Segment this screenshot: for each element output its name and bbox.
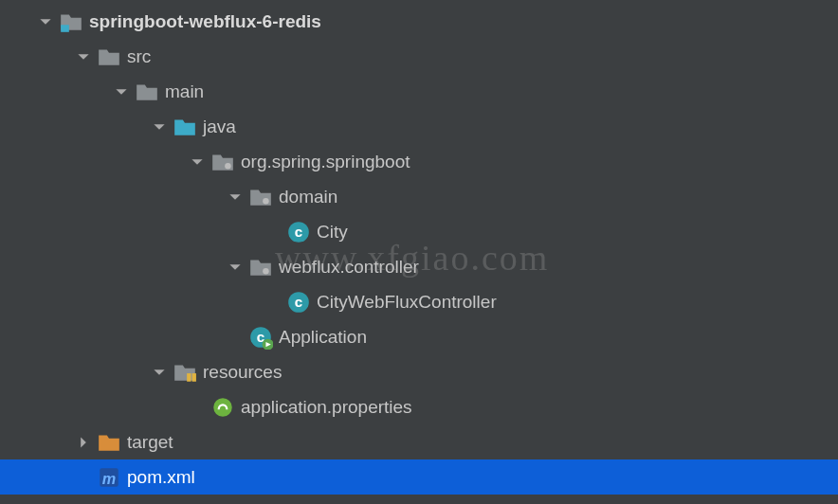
svg-rect-0 <box>61 25 69 32</box>
svg-text:c: c <box>295 224 302 240</box>
class-icon: c <box>286 220 311 244</box>
tree-label: resources <box>203 362 282 383</box>
tree-row-city[interactable]: c City <box>0 214 838 249</box>
source-folder-icon <box>173 115 197 139</box>
tree-label: target <box>127 432 173 453</box>
tree-row-main[interactable]: main <box>0 74 838 109</box>
chevron-right-icon[interactable] <box>72 431 95 454</box>
tree-label: City <box>317 222 348 243</box>
chevron-down-icon[interactable] <box>186 151 209 173</box>
module-folder-icon <box>59 9 83 34</box>
tree-row-target[interactable]: target <box>0 424 838 459</box>
tree-label: webflux.controller <box>279 257 419 278</box>
package-icon <box>248 185 273 209</box>
tree-row-controller[interactable]: webflux.controller <box>0 249 838 284</box>
chevron-down-icon[interactable] <box>148 116 171 138</box>
tree-row-appprops[interactable]: application.properties <box>0 389 838 424</box>
folder-icon <box>135 80 159 104</box>
tree-label: springboot-webflux-6-redis <box>89 11 321 32</box>
tree-row-root[interactable]: springboot-webflux-6-redis <box>0 4 838 39</box>
chevron-down-icon[interactable] <box>34 10 57 33</box>
class-icon: c <box>286 290 311 315</box>
tree-row-cityctrl[interactable]: c CityWebFluxController <box>0 284 838 319</box>
tree-row-java[interactable]: java <box>0 109 838 144</box>
tree-label: domain <box>279 187 337 207</box>
tree-row-package[interactable]: org.spring.springboot <box>0 144 838 179</box>
chevron-down-icon[interactable] <box>224 186 246 208</box>
svg-point-1 <box>225 163 231 170</box>
tree-row-src[interactable]: src <box>0 39 838 74</box>
svg-point-2 <box>263 198 269 205</box>
tree-row-resources[interactable]: resources <box>0 354 838 389</box>
tree-label: Application <box>279 327 367 348</box>
tree-label: org.spring.springboot <box>241 152 410 172</box>
tree-row-application[interactable]: c Application <box>0 319 838 354</box>
resources-folder-icon <box>173 360 197 385</box>
svg-text:c: c <box>295 294 302 310</box>
tree-label: java <box>203 117 236 137</box>
maven-pom-icon: m <box>97 465 121 490</box>
runnable-class-icon: c <box>248 325 273 350</box>
package-icon <box>248 255 273 279</box>
spring-config-icon <box>210 395 235 420</box>
svg-rect-11 <box>187 373 191 382</box>
folder-icon <box>97 45 121 69</box>
chevron-down-icon[interactable] <box>72 45 95 68</box>
project-tree[interactable]: springboot-webflux-6-redis src main java <box>0 0 838 495</box>
svg-rect-12 <box>192 373 196 382</box>
chevron-down-icon[interactable] <box>110 81 133 103</box>
tree-label: CityWebFluxController <box>317 292 497 313</box>
tree-row-pom[interactable]: m pom.xml <box>0 459 838 495</box>
svg-text:m: m <box>102 469 116 486</box>
package-icon <box>210 150 235 174</box>
tree-label: pom.xml <box>127 467 195 488</box>
svg-point-5 <box>263 268 269 275</box>
tree-label: main <box>165 81 204 102</box>
tree-label: application.properties <box>241 397 412 418</box>
chevron-down-icon[interactable] <box>148 361 171 384</box>
tree-label: src <box>127 46 151 67</box>
excluded-folder-icon <box>97 430 121 455</box>
tree-row-domain[interactable]: domain <box>0 179 838 214</box>
svg-point-13 <box>213 398 232 417</box>
chevron-down-icon[interactable] <box>224 256 246 279</box>
